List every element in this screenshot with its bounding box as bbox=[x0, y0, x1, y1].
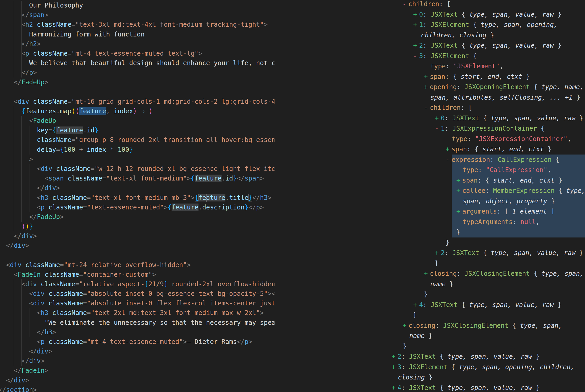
code-line[interactable]: </div> bbox=[0, 241, 274, 251]
code-line[interactable]: <p className="mt-4 text-essence-muted">—… bbox=[0, 337, 274, 347]
code-line[interactable]: > bbox=[0, 154, 274, 164]
tree-line[interactable]: -children: [ bbox=[403, 0, 451, 9]
tree-line[interactable]: } bbox=[424, 289, 428, 300]
code-line[interactable]: <h3 className="text-xl font-medium mb-3"… bbox=[0, 193, 274, 203]
code-line[interactable]: </FadeUp> bbox=[0, 212, 274, 222]
expand-toggle-icon[interactable]: + bbox=[413, 300, 419, 310]
collapse-toggle-icon[interactable]: - bbox=[435, 123, 441, 134]
tree-line[interactable]: type: "JSXElement", bbox=[430, 61, 503, 72]
tree-line[interactable]: name } bbox=[409, 331, 432, 341]
tree-line[interactable]: +span: { start, end, ctxt } bbox=[456, 175, 562, 186]
code-line[interactable]: <div className="relative aspect-[21/9] r… bbox=[0, 280, 274, 289]
tree-line[interactable]: +opening: JSXOpeningElement { type, name… bbox=[424, 82, 584, 92]
expand-toggle-icon[interactable]: + bbox=[435, 248, 441, 258]
collapse-toggle-icon[interactable]: - bbox=[424, 102, 430, 113]
collapse-toggle-icon[interactable]: - bbox=[446, 154, 452, 165]
code-editor-pane[interactable]: Our Philosophy </span> <h2 className="te… bbox=[0, 0, 274, 392]
tree-line[interactable]: +0: JSXText { type, span, value, raw } bbox=[435, 113, 583, 124]
code-line[interactable]: <FadeUp bbox=[0, 116, 274, 126]
tree-line[interactable]: +arguments: [ 1 element ] bbox=[456, 206, 555, 217]
code-line[interactable]: delay={100 + index * 100} bbox=[0, 145, 274, 155]
code-line[interactable]: </div> bbox=[0, 231, 274, 241]
tree-line[interactable]: type: "CallExpression", bbox=[463, 165, 551, 175]
expand-toggle-icon[interactable]: + bbox=[456, 186, 462, 196]
code-line[interactable]: Our Philosophy bbox=[0, 1, 274, 10]
expand-toggle-icon[interactable]: + bbox=[424, 72, 430, 82]
tree-line[interactable]: +2: JSXText { type, span, value, raw } bbox=[392, 352, 540, 362]
expand-toggle-icon[interactable]: + bbox=[446, 144, 452, 154]
code-line[interactable]: </div> bbox=[0, 376, 274, 386]
tree-line[interactable]: +closing: JSXClosingElement { type, span… bbox=[424, 268, 584, 279]
tree-line[interactable]: +0: JSXText { type, span, value, raw } bbox=[413, 9, 561, 20]
ast-tree-pane[interactable]: -children: [+0: JSXText { type, span, va… bbox=[275, 0, 585, 392]
tree-line[interactable]: ] bbox=[434, 258, 438, 269]
expand-toggle-icon[interactable]: + bbox=[413, 40, 419, 51]
code-line[interactable]: <FadeIn className="container-custom"> bbox=[0, 270, 274, 280]
code-line[interactable]: </p> bbox=[0, 68, 274, 78]
code-line[interactable]: className="group p-8 rounded-2xl transit… bbox=[0, 135, 274, 145]
expand-toggle-icon[interactable]: + bbox=[424, 82, 430, 92]
tree-line[interactable]: +closing: JSXClosingElement { type, span… bbox=[403, 320, 562, 331]
code-line[interactable]: "We eliminate the unnecessary so that th… bbox=[0, 318, 274, 328]
code-line[interactable]: <p className="mt-4 text-essence-muted te… bbox=[0, 49, 274, 58]
tree-line[interactable]: span, attributes, selfClosing, ... +1 } bbox=[430, 92, 580, 103]
code-line[interactable]: </div> bbox=[0, 356, 274, 366]
expand-toggle-icon[interactable]: + bbox=[435, 113, 441, 124]
tree-line[interactable]: type: "JSXExpressionContainer", bbox=[452, 134, 571, 144]
tree-line[interactable]: -1: JSXExpressionContainer { bbox=[435, 123, 545, 134]
tree-line[interactable]: -3: JSXElement { bbox=[413, 51, 477, 61]
code-line[interactable]: <div className="absolute inset-0 flex fl… bbox=[0, 298, 274, 308]
expand-toggle-icon[interactable]: + bbox=[413, 9, 419, 20]
code-line[interactable]: </span> bbox=[0, 10, 274, 20]
tree-line[interactable]: } bbox=[446, 238, 449, 248]
code-line[interactable]: </h3> bbox=[0, 328, 274, 337]
collapse-toggle-icon[interactable]: - bbox=[413, 51, 419, 61]
code-line[interactable]: <h2 className="text-3xl md:text-4xl font… bbox=[0, 20, 274, 30]
code-line[interactable]: <span className="text-xl font-medium">{f… bbox=[0, 174, 274, 184]
tree-line[interactable]: ] bbox=[413, 310, 417, 320]
expand-toggle-icon[interactable]: + bbox=[456, 206, 462, 217]
code-line[interactable]: </section> bbox=[0, 385, 274, 392]
tree-line[interactable]: typeArguments: null, bbox=[463, 217, 540, 227]
expand-toggle-icon[interactable]: + bbox=[392, 352, 397, 362]
code-line[interactable]: </FadeIn> bbox=[0, 366, 274, 376]
code-line[interactable]: </h2> bbox=[0, 39, 274, 49]
tree-line[interactable]: +2: JSXText { type, span, value, raw } bbox=[413, 40, 561, 51]
code-line[interactable]: </div> bbox=[0, 183, 274, 193]
tree-line[interactable]: name } bbox=[430, 279, 453, 290]
tree-line[interactable]: -expression: CallExpression { bbox=[446, 154, 559, 165]
code-line[interactable]: key={feature.id} bbox=[0, 126, 274, 136]
code-line[interactable]: ))} bbox=[0, 222, 274, 232]
expand-toggle-icon[interactable]: + bbox=[392, 383, 397, 392]
code-line[interactable]: </div> bbox=[0, 347, 274, 356]
expand-toggle-icon[interactable]: + bbox=[424, 268, 430, 279]
collapse-toggle-icon[interactable]: - bbox=[403, 0, 408, 9]
tree-line[interactable]: +span: { start, end, ctxt } bbox=[446, 144, 551, 154]
tree-line[interactable]: } bbox=[403, 341, 407, 352]
tree-line[interactable]: +callee: MemberExpression { type, bbox=[456, 186, 585, 196]
expand-toggle-icon[interactable]: + bbox=[403, 320, 408, 331]
tree-line[interactable]: +1: JSXElement { type, span, opening, bbox=[413, 20, 558, 30]
tree-line[interactable]: +4: JSXText { type, span, value, raw } bbox=[392, 383, 540, 392]
code-line[interactable] bbox=[0, 87, 274, 97]
code-line[interactable]: <div className="mt-16 grid grid-cols-1 m… bbox=[0, 97, 274, 107]
code-line[interactable]: <div className="mt-24 relative overflow-… bbox=[0, 260, 274, 270]
expand-toggle-icon[interactable]: + bbox=[456, 175, 462, 186]
tree-line[interactable]: -children: [ bbox=[424, 102, 472, 113]
tree-line[interactable]: children, closing } bbox=[421, 30, 494, 40]
tree-line[interactable]: } bbox=[456, 227, 460, 238]
code-line[interactable] bbox=[0, 250, 274, 260]
code-line[interactable]: <div className="absolute inset-0 bg-esse… bbox=[0, 289, 274, 299]
tree-line[interactable]: span, object, property } bbox=[463, 196, 555, 206]
expand-toggle-icon[interactable]: + bbox=[392, 362, 397, 372]
code-line[interactable]: We believe that beautiful design should … bbox=[0, 58, 274, 68]
code-line[interactable]: <div className="w-12 h-12 rounded-xl bg-… bbox=[0, 164, 274, 174]
code-line[interactable]: Harmonizing form with function bbox=[0, 30, 274, 40]
tree-line[interactable]: +2: JSXText { type, span, value, raw } bbox=[435, 248, 583, 258]
tree-line[interactable]: closing } bbox=[398, 372, 433, 383]
tree-line[interactable]: +span: { start, end, ctxt } bbox=[424, 72, 530, 82]
code-line[interactable]: <p className="text-essence-muted">{featu… bbox=[0, 202, 274, 212]
expand-toggle-icon[interactable]: + bbox=[413, 20, 419, 30]
code-line[interactable]: </FadeUp> bbox=[0, 78, 274, 87]
code-line[interactable]: {features.map((feature, index) ⇒ ( bbox=[0, 106, 274, 116]
